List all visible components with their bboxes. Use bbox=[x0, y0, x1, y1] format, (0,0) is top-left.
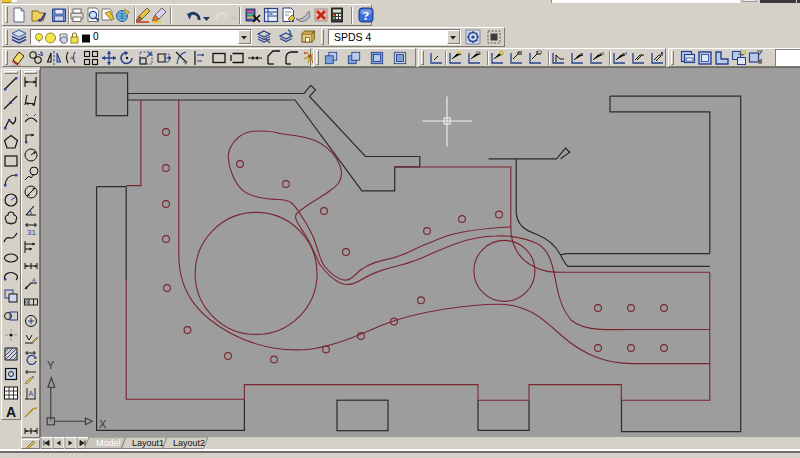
svg-text:z²: z² bbox=[599, 51, 604, 57]
svg-text:A: A bbox=[29, 390, 34, 397]
svg-text:31: 31 bbox=[27, 228, 36, 237]
svg-text:X: X bbox=[99, 418, 107, 430]
svg-text:z: z bbox=[580, 51, 583, 57]
svg-text:Model: Model bbox=[96, 438, 121, 448]
svg-text:?: ? bbox=[363, 8, 370, 23]
svg-text:z³: z³ bbox=[622, 51, 627, 57]
svg-text:Y: Y bbox=[47, 359, 55, 371]
svg-text:Layout1: Layout1 bbox=[132, 438, 164, 448]
svg-text:A: A bbox=[32, 277, 36, 283]
svg-text:A: A bbox=[6, 404, 16, 420]
svg-text:Layout2: Layout2 bbox=[173, 438, 205, 448]
